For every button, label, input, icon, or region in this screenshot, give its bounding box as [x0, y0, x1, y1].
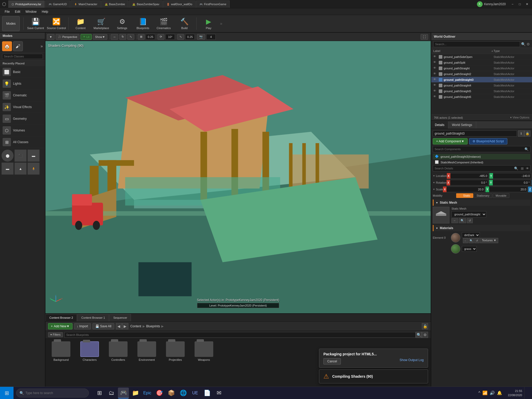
- taskbar-app-epic[interactable]: Epic: [142, 388, 153, 398]
- mesh-action-search[interactable]: 🔍: [459, 218, 466, 223]
- show-button[interactable]: Show ▼: [93, 34, 107, 40]
- folder-controllers[interactable]: Controllers: [107, 341, 130, 361]
- nav-back-button[interactable]: ◀: [116, 323, 122, 329]
- prim-player[interactable]: 🧍: [28, 163, 39, 175]
- vp-maximize-button[interactable]: ⛶: [421, 34, 428, 40]
- taskbar-app-explorer[interactable]: 📁: [130, 388, 141, 398]
- taskbar-app-unknown[interactable]: 🎯: [154, 388, 165, 398]
- menu-edit[interactable]: Edit: [12, 9, 23, 14]
- category-all-classes[interactable]: ⊞ All Classes: [0, 136, 45, 148]
- actor-info-button[interactable]: ℹ: [518, 130, 524, 137]
- taskbar-app-ue4[interactable]: 🎮: [118, 388, 129, 398]
- scale-x-input[interactable]: [447, 187, 485, 192]
- rotation-x-input[interactable]: [450, 180, 488, 185]
- breadcrumb-root[interactable]: Content: [130, 324, 141, 328]
- scale-snap-input[interactable]: [185, 34, 195, 40]
- mat-0-search[interactable]: 🔍: [469, 238, 474, 243]
- location-y-input[interactable]: [493, 173, 531, 179]
- cb-lock-button[interactable]: 🔒: [422, 323, 428, 329]
- mode-btn-place[interactable]: 🏠: [2, 41, 12, 51]
- category-cinematic[interactable]: 🎬 Cinematic: [0, 90, 45, 101]
- blueprint-add-script-button[interactable]: ⚙ Blueprint/Add Script: [469, 138, 507, 144]
- prim-sphere[interactable]: ⬤: [2, 150, 14, 162]
- component-instance[interactable]: 🔷 ground_pathStraight3(Instance): [433, 154, 530, 159]
- title-tab-gamehud[interactable]: 🎮 GameHUD: [45, 1, 70, 8]
- taskbar-search-input[interactable]: [25, 391, 85, 395]
- outliner-search-input[interactable]: [433, 41, 520, 47]
- material-1-select[interactable]: grass: [462, 246, 477, 252]
- sys-battery-icon[interactable]: 🔔: [497, 390, 502, 395]
- search-components-input[interactable]: [433, 147, 523, 151]
- outliner-view-options-button[interactable]: ▾ View Options: [510, 116, 529, 119]
- tab-content-browser-2[interactable]: Content Browser 2: [45, 314, 77, 321]
- mat-0-reset[interactable]: ↺: [474, 238, 480, 243]
- blueprints-button[interactable]: 📘 Blueprints: [132, 16, 153, 31]
- show-output-log-button[interactable]: Show Output Log: [400, 358, 424, 364]
- rotate-snap-input[interactable]: [165, 34, 175, 40]
- perspective-button[interactable]: 🎥 Perspective: [56, 34, 79, 40]
- title-tab-firstperson[interactable]: 🎮 FirstPersonGame: [196, 1, 230, 8]
- material-0-select[interactable]: dirtDark: [462, 232, 480, 238]
- lit-button[interactable]: ☀ Lit: [81, 34, 92, 40]
- taskbar-app-ue-logo[interactable]: UE: [190, 388, 201, 398]
- minimize-button[interactable]: −: [509, 1, 516, 7]
- build-button[interactable]: 🔨 Build: [174, 16, 195, 31]
- modes-expand-icon[interactable]: »: [41, 44, 43, 49]
- show-desktop-button[interactable]: [524, 387, 532, 399]
- cb-search-button[interactable]: 🔍: [416, 332, 422, 338]
- scale-button[interactable]: ⤡: [127, 34, 134, 40]
- prim-cone[interactable]: ▲: [15, 163, 26, 175]
- cb-settings-button[interactable]: ⚙: [422, 332, 428, 338]
- mobility-static-button[interactable]: Static: [456, 193, 473, 198]
- outliner-row-3[interactable]: 👁 ground_pathStraight2 StaticMeshActor: [431, 71, 532, 77]
- filters-button[interactable]: ▾ Filters: [48, 332, 63, 337]
- folder-weapons[interactable]: Weapons: [192, 341, 216, 361]
- materials-header[interactable]: ▼ Materials: [433, 225, 530, 231]
- scale-snap-button[interactable]: ⤡: [177, 34, 184, 40]
- static-mesh-header[interactable]: ▼ Static Mesh: [433, 200, 530, 206]
- add-new-button[interactable]: + Add New ▼: [48, 323, 72, 329]
- rotation-y-input[interactable]: [493, 180, 531, 185]
- taskbar-app-mail[interactable]: ✉: [214, 388, 224, 398]
- mesh-action-browse[interactable]: ←: [451, 218, 458, 223]
- taskbar-app-view[interactable]: ⊞: [94, 388, 105, 398]
- viewport-3d[interactable]: Shaders Compiling (90) X Y Z Selected Ac…: [45, 41, 431, 313]
- mobility-movable-button[interactable]: Movable: [493, 193, 509, 198]
- category-volumes[interactable]: ⬡ Volumes: [0, 125, 45, 136]
- title-tab-walldoor[interactable]: 🚪 wallDoor_wallDo: [163, 1, 196, 8]
- prim-cube[interactable]: ⬛: [15, 150, 26, 162]
- tab-sequencer[interactable]: Sequencer: [109, 314, 131, 321]
- outliner-row-4[interactable]: 👁 ground_pathStraight3 StaticMeshActor: [431, 77, 532, 83]
- outliner-row-6[interactable]: 👁 ground_pathStraight5 StaticMeshActor: [431, 88, 532, 94]
- grid-button[interactable]: ⊞: [138, 34, 145, 40]
- menu-window[interactable]: Window: [23, 9, 39, 14]
- cb-search-input[interactable]: [64, 332, 416, 338]
- translate-button[interactable]: ↔: [111, 34, 118, 40]
- title-tab-mainchar[interactable]: 🧍 MainCharacter: [71, 1, 101, 8]
- details-options-icon[interactable]: 👁: [525, 167, 530, 170]
- source-control-button[interactable]: 🔀 Source Control: [46, 16, 67, 31]
- taskbar-app-dropbox[interactable]: 📦: [166, 388, 177, 398]
- category-basic[interactable]: ⬜ Basic: [0, 66, 45, 78]
- textures-button[interactable]: Textures ▼: [480, 238, 498, 243]
- folder-background[interactable]: Background: [49, 341, 73, 361]
- rotate-button[interactable]: ↻: [119, 34, 126, 40]
- details-grid-view-icon[interactable]: ⊞: [520, 167, 525, 170]
- folder-projectiles[interactable]: Projectiles: [164, 341, 187, 361]
- folder-environment[interactable]: Environment: [135, 341, 158, 361]
- close-button[interactable]: ✕: [523, 1, 531, 7]
- content-button[interactable]: 📁 Content: [70, 16, 91, 31]
- breadcrumb-sub[interactable]: Blueprints: [146, 324, 160, 328]
- outliner-row-7[interactable]: 👁 ground_pathStraight6 StaticMeshActor: [431, 94, 532, 100]
- taskbar-app-taskview[interactable]: 🗂: [106, 388, 117, 398]
- play-button[interactable]: ▶ Play: [198, 16, 219, 31]
- component-inherited[interactable]: ⬜ StaticMeshComponent (Inherited): [433, 159, 530, 165]
- menu-help[interactable]: Help: [39, 9, 51, 14]
- folder-characters[interactable]: Characters: [78, 341, 101, 361]
- actor-lock-button[interactable]: 🔒: [524, 130, 530, 137]
- add-component-button[interactable]: + Add Component ▼: [433, 138, 468, 144]
- snap-grid-input[interactable]: [146, 34, 155, 40]
- start-button[interactable]: ⊞: [0, 387, 14, 399]
- rotate-snap-button[interactable]: ⟳: [157, 34, 164, 40]
- category-visual-effects[interactable]: ✨ Visual Effects: [0, 101, 45, 113]
